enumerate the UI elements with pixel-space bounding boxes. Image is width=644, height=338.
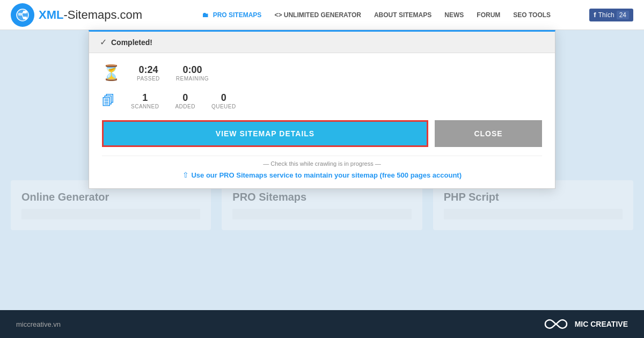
modal-completed-bar: ✓ Completed! (89, 32, 555, 53)
logo-suffix: -Sitemaps.com (63, 8, 142, 21)
remaining-value: 0:00 (182, 64, 202, 76)
added-value: 0 (182, 92, 188, 104)
site-header: XML-Sitemaps.com 🖿 PRO SITEMAPS <> UNLIM… (0, 0, 644, 30)
nav-news[interactable]: NEWS (444, 11, 464, 19)
view-sitemap-button[interactable]: VIEW SITEMAP DETAILS (102, 120, 428, 147)
nav-seo-tools[interactable]: SEO TOOLS (513, 11, 551, 19)
sitemap-nav-icon: 🖿 (202, 11, 209, 19)
footer: miccreative.vn MIC CREATIVE (0, 310, 644, 338)
modal-body: ⏳ 0:24 PASSED 0:00 REMAINING 🗐 1 SCANNED… (89, 53, 555, 188)
mic-creative-logo-icon (543, 317, 569, 332)
clock-icon: ⏳ (102, 64, 121, 82)
modal-box: ✓ Completed! ⏳ 0:24 PASSED 0:00 REMAININ… (89, 30, 555, 189)
fb-icon: f (594, 11, 596, 19)
completed-label: Completed! (111, 38, 152, 47)
close-button[interactable]: CLOSE (435, 120, 542, 147)
logo-xml: XML (39, 8, 63, 21)
nav-about[interactable]: ABOUT SITEMAPS (374, 11, 431, 19)
remaining-label: REMAINING (176, 76, 209, 82)
queued-stat: 0 QUEUED (211, 92, 236, 109)
promo-icon: ⇧ (182, 171, 189, 179)
added-stat: 0 ADDED (175, 92, 195, 109)
check-icon: ✓ (100, 37, 107, 47)
nav-forum[interactable]: FORUM (477, 11, 500, 19)
remaining-stat: 0:00 REMAINING (176, 64, 209, 82)
passed-stat: 0:24 PASSED (137, 64, 160, 82)
action-row: VIEW SITEMAP DETAILS CLOSE (102, 120, 542, 147)
scanned-label: SCANNED (131, 104, 159, 109)
passed-label: PASSED (137, 76, 160, 82)
time-stats-row: ⏳ 0:24 PASSED 0:00 REMAINING (102, 64, 542, 82)
queued-label: QUEUED (211, 104, 236, 109)
scanned-value: 1 (142, 92, 148, 104)
added-label: ADDED (175, 104, 195, 109)
promo-link-row: ⇧ Use our PRO Sitemaps service to mainta… (102, 170, 542, 180)
nav-unlimited-gen[interactable]: <> UNLIMITED GENERATOR (274, 11, 361, 19)
fb-count: 24 (617, 11, 629, 19)
copy-icon: 🗐 (102, 93, 115, 108)
svg-rect-1 (18, 13, 22, 16)
nav-pro-sitemaps[interactable]: 🖿 PRO SITEMAPS (202, 11, 261, 19)
fb-like-button[interactable]: f Thích 24 (589, 9, 633, 21)
logo-text: XML-Sitemaps.com (39, 8, 142, 22)
promo-label: Check this while crawling is in progress (102, 160, 542, 167)
nav-items: 🖿 PRO SITEMAPS <> UNLIMITED GENERATOR AB… (164, 11, 589, 19)
promo-link[interactable]: Use our PRO Sitemaps service to maintain… (191, 171, 462, 179)
passed-value: 0:24 (138, 64, 158, 76)
logo-area: XML-Sitemaps.com (11, 3, 142, 27)
page-stats-row: 🗐 1 SCANNED 0 ADDED 0 QUEUED (102, 92, 542, 109)
logo-icon (11, 3, 34, 27)
footer-brand-name: MIC CREATIVE (575, 320, 628, 328)
promo-section: Check this while crawling is in progress… (102, 156, 542, 180)
footer-brand: MIC CREATIVE (543, 317, 628, 332)
footer-domain: miccreative.vn (16, 320, 61, 328)
svg-rect-2 (23, 11, 27, 13)
svg-rect-3 (23, 17, 27, 19)
queued-value: 0 (221, 92, 226, 104)
fb-like-label: Thích (598, 11, 614, 19)
scanned-stat: 1 SCANNED (131, 92, 159, 109)
